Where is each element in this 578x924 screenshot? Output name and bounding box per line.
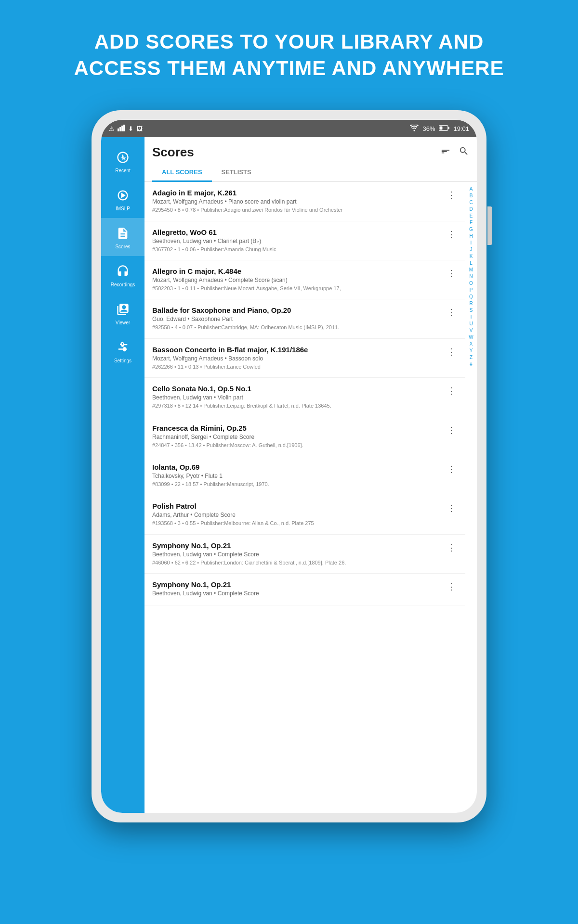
header-line2: ACCESS THEM ANYTIME AND ANYWHERE (48, 55, 530, 82)
score-item-7[interactable]: Iolanta, Op.69 Tchaikovsky, Pyotr • Flut… (144, 456, 465, 495)
score-item-10[interactable]: Symphony No.1, Op.21 Beethoven, Ludwig v… (144, 574, 465, 605)
sort-button[interactable] (440, 147, 451, 158)
score-item-6[interactable]: Francesca da Rimini, Op.25 Rachmaninoff,… (144, 417, 465, 456)
recent-label: Recent (115, 168, 131, 173)
alpha-letter-H[interactable]: H (469, 233, 473, 240)
score-item-0[interactable]: Adagio in E major, K.261 Mozart, Wolfgan… (144, 182, 465, 221)
score-menu-5[interactable]: ⋮ (445, 385, 458, 397)
score-title-5: Cello Sonata No.1, Op.5 No.1 (152, 385, 440, 393)
alpha-letter-G[interactable]: G (469, 226, 473, 233)
alpha-letter-L[interactable]: L (470, 260, 473, 267)
score-menu-0[interactable]: ⋮ (445, 189, 458, 201)
search-button[interactable] (459, 146, 469, 159)
alpha-letter-U[interactable]: U (469, 321, 473, 327)
headphones-icon (114, 263, 131, 280)
sidebar: Recent IMSLP (101, 137, 144, 813)
score-info-6: Francesca da Rimini, Op.25 Rachmaninoff,… (152, 424, 445, 449)
alpha-letter-I[interactable]: I (471, 240, 472, 246)
sidebar-item-recordings[interactable]: Recordings (101, 256, 144, 294)
alpha-letter-Z[interactable]: Z (470, 354, 473, 361)
score-item-3[interactable]: Ballade for Saxophone and Piano, Op.20 G… (144, 299, 465, 338)
sidebar-item-viewer[interactable]: Viewer (101, 294, 144, 332)
score-item-2[interactable]: Allegro in C major, K.484e Mozart, Wolfg… (144, 260, 465, 299)
scores-label: Scores (115, 244, 130, 249)
time-display: 19:01 (453, 125, 469, 132)
score-meta-9: #46060 • 62 • 6.22 • Publisher:London: C… (152, 559, 440, 566)
tab-setlists[interactable]: SETLISTS (212, 164, 261, 182)
alpha-letter-N[interactable]: N (469, 273, 473, 280)
alpha-letter-R[interactable]: R (469, 300, 473, 307)
sidebar-item-settings[interactable]: Settings (101, 332, 144, 370)
score-composer-6: Rachmaninoff, Sergei • Complete Score (152, 434, 440, 440)
score-meta-2: #502203 • 1 • 0.11 • Publisher:Neue Moza… (152, 285, 440, 292)
imslp-label: IMSLP (116, 206, 130, 211)
score-menu-10[interactable]: ⋮ (445, 580, 458, 593)
tab-all-scores[interactable]: ALL SCORES (152, 164, 212, 182)
score-item-8[interactable]: Polish Patrol Adams, Arthur • Complete S… (144, 495, 465, 534)
score-item-1[interactable]: Allegretto, WoO 61 Beethoven, Ludwig van… (144, 221, 465, 260)
score-meta-3: #92558 • 4 • 0.07 • Publisher:Cambridge,… (152, 324, 440, 331)
app-header: Scores (144, 137, 477, 160)
score-composer-1: Beethoven, Ludwig van • Clarinet part (B… (152, 238, 440, 244)
score-info-8: Polish Patrol Adams, Arthur • Complete S… (152, 502, 445, 527)
alpha-letter-X[interactable]: X (470, 341, 473, 347)
alpha-letter-V[interactable]: V (470, 327, 473, 334)
alpha-letter-P[interactable]: P (470, 287, 473, 294)
alphabet-index: ABCDEFGHIJKLMNOPQRSTUVWXYZ# (465, 182, 477, 813)
alpha-letter-Q[interactable]: Q (469, 294, 473, 300)
battery-icon (439, 125, 449, 132)
svg-rect-0 (118, 128, 119, 131)
score-menu-9[interactable]: ⋮ (445, 541, 458, 554)
alpha-letter-S[interactable]: S (470, 307, 473, 314)
score-menu-3[interactable]: ⋮ (445, 306, 458, 319)
sidebar-item-recent[interactable]: Recent (101, 142, 144, 180)
alpha-letter-T[interactable]: T (470, 314, 473, 321)
score-meta-8: #193568 • 3 • 0.55 • Publisher:Melbourne… (152, 520, 440, 527)
score-meta-4: #262266 • 11 • 0.13 • Publisher:Lance Co… (152, 363, 440, 371)
svg-rect-6 (440, 126, 443, 129)
score-composer-7: Tchaikovsky, Pyotr • Flute 1 (152, 473, 440, 479)
score-menu-7[interactable]: ⋮ (445, 463, 458, 475)
alpha-letter-O[interactable]: O (469, 280, 473, 287)
score-composer-0: Mozart, Wolfgang Amadeus • Piano score a… (152, 198, 440, 205)
alpha-letter-W[interactable]: W (469, 334, 473, 341)
wifi-icon (410, 125, 419, 133)
score-menu-1[interactable]: ⋮ (445, 228, 458, 241)
warning-icon: ⚠ (109, 125, 115, 132)
phone-container: ⚠ ⬇ 🖼 36% 19:01 (0, 101, 578, 822)
score-info-9: Symphony No.1, Op.21 Beethoven, Ludwig v… (152, 541, 445, 566)
status-bar-right: 36% 19:01 (410, 125, 469, 133)
sidebar-item-scores[interactable]: Scores (101, 218, 144, 256)
alpha-letter-F[interactable]: F (470, 219, 473, 226)
score-item-5[interactable]: Cello Sonata No.1, Op.5 No.1 Beethoven, … (144, 378, 465, 417)
alpha-letter-C[interactable]: C (469, 199, 473, 206)
alpha-letter-K[interactable]: K (470, 253, 473, 260)
score-menu-2[interactable]: ⋮ (445, 267, 458, 280)
score-meta-1: #367702 • 1 • 0.06 • Publisher:Amanda Ch… (152, 246, 440, 253)
viewer-icon (114, 301, 131, 318)
sidebar-item-imslp[interactable]: IMSLP (101, 180, 144, 218)
score-menu-6[interactable]: ⋮ (445, 424, 458, 436)
alpha-letter-A[interactable]: A (470, 186, 473, 192)
phone-mockup: ⚠ ⬇ 🖼 36% 19:01 (92, 110, 486, 822)
score-item-9[interactable]: Symphony No.1, Op.21 Beethoven, Ludwig v… (144, 535, 465, 574)
score-info-1: Allegretto, WoO 61 Beethoven, Ludwig van… (152, 228, 445, 253)
alpha-letter-B[interactable]: B (470, 192, 473, 199)
score-item-4[interactable]: Bassoon Concerto in B-flat major, K.191/… (144, 339, 465, 378)
alpha-letter-#[interactable]: # (470, 361, 473, 368)
svg-rect-2 (121, 126, 123, 131)
score-info-2: Allegro in C major, K.484e Mozart, Wolfg… (152, 267, 445, 292)
content-area: Scores (144, 137, 477, 813)
alpha-letter-J[interactable]: J (470, 246, 473, 253)
score-meta-6: #24847 • 356 • 13.42 • Publisher:Moscow:… (152, 442, 440, 449)
score-title-8: Polish Patrol (152, 502, 440, 510)
score-title-4: Bassoon Concerto in B-flat major, K.191/… (152, 346, 440, 354)
alpha-letter-M[interactable]: M (469, 267, 473, 273)
score-menu-4[interactable]: ⋮ (445, 346, 458, 358)
score-menu-8[interactable]: ⋮ (445, 502, 458, 514)
alpha-letter-E[interactable]: E (470, 213, 473, 219)
alpha-letter-D[interactable]: D (469, 206, 473, 213)
battery-level: 36% (422, 125, 435, 132)
alpha-letter-Y[interactable]: Y (470, 347, 473, 354)
score-composer-4: Mozart, Wolfgang Amadeus • Bassoon solo (152, 355, 440, 362)
